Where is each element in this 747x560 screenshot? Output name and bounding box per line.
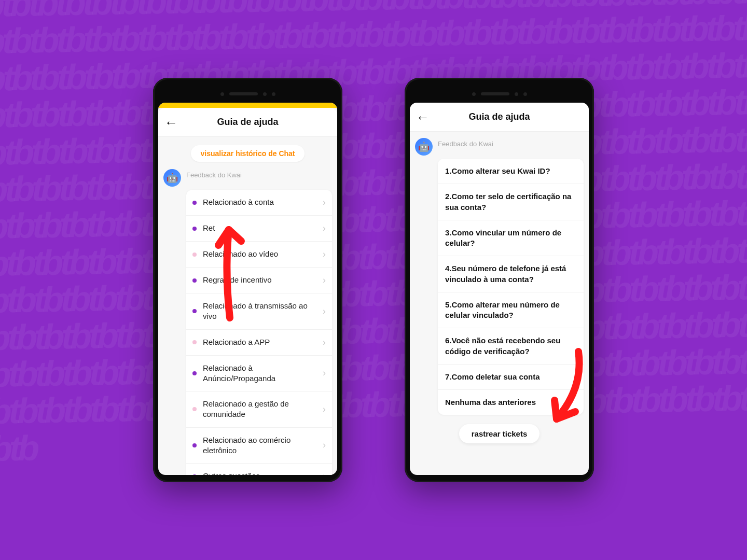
phone-sensors <box>410 85 589 103</box>
question-list: 1.Como alterar seu Kwai ID?2.Como ter se… <box>438 159 584 415</box>
bullet-icon <box>192 201 197 205</box>
bullet-icon <box>192 309 197 313</box>
category-row[interactable]: Relacionado à Anúncio/Propaganda› <box>186 356 332 392</box>
category-label: Relacionado ao comércio eletrônico <box>203 435 323 456</box>
category-label: Relacionado à Anúncio/Propaganda <box>203 363 323 384</box>
chevron-right-icon: › <box>323 404 326 415</box>
category-label: Relacionado a gestão de comunidade <box>203 399 323 420</box>
page-title: Guia de ajuda <box>410 111 589 122</box>
chevron-right-icon: › <box>323 337 326 348</box>
question-row[interactable]: 3.Como vincular um número de celular? <box>438 220 584 257</box>
bullet-icon <box>192 278 197 283</box>
app-header: ← Guia de ajuda <box>158 108 337 137</box>
bot-avatar-icon: 🤖 <box>163 169 181 187</box>
bullet-icon <box>192 340 197 344</box>
chevron-right-icon: › <box>323 249 326 260</box>
question-row[interactable]: Nenhuma das anteriores <box>438 390 584 415</box>
track-tickets-button[interactable]: rastrear tickets <box>459 424 540 443</box>
chevron-right-icon: › <box>323 197 326 208</box>
category-row[interactable]: Relacionado a APP› <box>186 330 332 356</box>
question-row[interactable]: 5.Como alterar meu número de celular vin… <box>438 292 584 329</box>
bullet-icon <box>192 227 197 231</box>
chevron-right-icon: › <box>323 306 326 317</box>
chevron-right-icon: › <box>323 275 326 286</box>
bullet-icon <box>192 443 197 447</box>
phone-mockup-left: ← Guia de ajuda visualizar histórico de … <box>153 78 342 482</box>
chevron-right-icon: › <box>323 368 326 379</box>
category-row[interactable]: Relacionado ao vídeo› <box>186 242 332 268</box>
question-row[interactable]: 7.Como deletar sua conta <box>438 365 584 390</box>
category-label: Ret <box>203 223 323 233</box>
category-list: Relacionado à conta›Ret›Relacionado ao v… <box>186 190 332 475</box>
background-pattern <box>0 0 747 560</box>
bullet-icon <box>192 253 197 257</box>
phone-sensors <box>158 85 337 103</box>
question-row[interactable]: 4.Seu número de telefone já está vincula… <box>438 256 584 292</box>
bullet-icon <box>192 474 197 475</box>
back-button[interactable]: ← <box>164 116 178 129</box>
back-button[interactable]: ← <box>416 110 430 124</box>
phone-mockup-right: ← Guia de ajuda 🤖 Feedback do Kwai 1.Com… <box>405 78 594 482</box>
bot-name-label: Feedback do Kwai <box>438 138 493 148</box>
category-row[interactable]: Relacionado à transmissão ao vivo› <box>186 293 332 330</box>
view-chat-history-button[interactable]: visualizar histórico de Chat <box>191 145 304 162</box>
category-label: Outras questões <box>203 471 323 475</box>
question-row[interactable]: 2.Como ter selo de certificação na sua c… <box>438 184 584 220</box>
category-label: Relacionado à transmissão ao vivo <box>203 301 323 322</box>
question-row[interactable]: 6.Você não está recebendo seu código de … <box>438 328 584 365</box>
bullet-icon <box>192 371 197 375</box>
page-title: Guia de ajuda <box>158 117 337 128</box>
question-row[interactable]: 1.Como alterar seu Kwai ID? <box>438 159 584 184</box>
status-bar <box>158 103 337 108</box>
bot-avatar-icon: 🤖 <box>415 138 433 156</box>
bot-name-label: Feedback do Kwai <box>186 169 242 179</box>
category-label: Regras de incentivo <box>203 275 323 285</box>
category-label: Relacionado à conta <box>203 197 323 207</box>
category-row[interactable]: Regras de incentivo› <box>186 268 332 293</box>
category-label: Relacionado ao vídeo <box>203 249 323 259</box>
app-header: ← Guia de ajuda <box>410 103 589 132</box>
category-row[interactable]: Ret› <box>186 216 332 242</box>
category-row[interactable]: Relacionado ao comércio eletrônico› <box>186 428 332 464</box>
chevron-right-icon: › <box>323 223 326 234</box>
chevron-right-icon: › <box>323 471 326 475</box>
category-row[interactable]: Outras questões› <box>186 464 332 475</box>
category-label: Relacionado a APP <box>203 337 323 347</box>
bullet-icon <box>192 407 197 411</box>
category-row[interactable]: Relacionado a gestão de comunidade› <box>186 391 332 428</box>
category-row[interactable]: Relacionado à conta› <box>186 190 332 216</box>
chevron-right-icon: › <box>323 440 326 451</box>
